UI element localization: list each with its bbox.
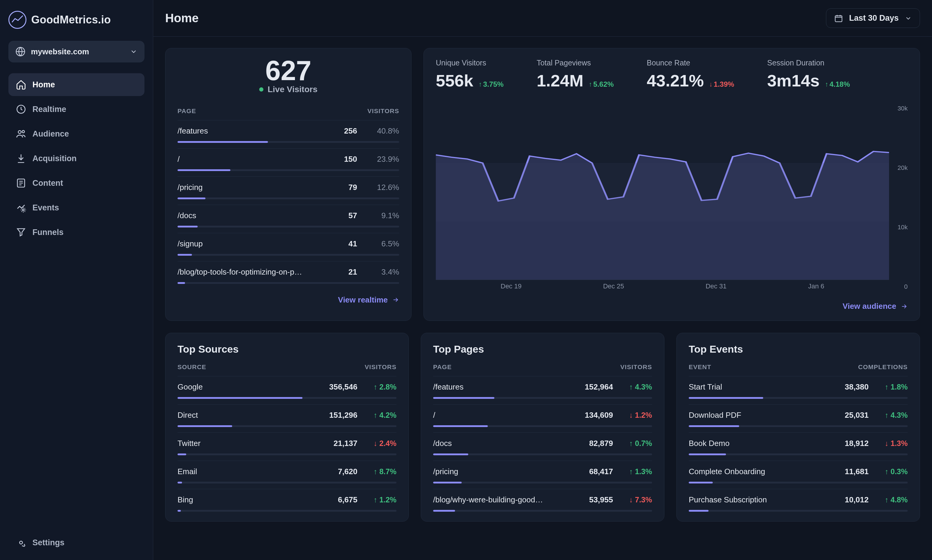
- row-delta: 4.2%: [363, 411, 397, 420]
- row-value: 21,137: [306, 439, 357, 448]
- live-row-path: /docs: [177, 211, 320, 220]
- sidebar-item-content[interactable]: Content: [8, 172, 145, 194]
- progress-bar: [433, 510, 652, 512]
- live-row[interactable]: /features25640.8%: [177, 120, 399, 143]
- table-row[interactable]: Purchase Subscription10,0124.8%: [689, 489, 908, 512]
- table-row[interactable]: Book Demo18,9121.3%: [689, 432, 908, 455]
- acquisition-icon: [15, 153, 26, 164]
- sidebar-item-audience[interactable]: Audience: [8, 122, 145, 145]
- row-value: 6,675: [306, 495, 357, 505]
- stat-value: 556k: [436, 71, 473, 90]
- view-realtime-link[interactable]: View realtime: [338, 295, 399, 305]
- row-delta: 0.7%: [619, 439, 652, 448]
- progress-bar: [433, 482, 652, 483]
- sidebar-item-funnels[interactable]: Funnels: [8, 221, 145, 244]
- stat-unique-visitors[interactable]: Unique Visitors556k3.75%: [436, 58, 504, 90]
- stat-total-pageviews[interactable]: Total Pageviews1.24M5.62%: [537, 58, 614, 90]
- row-delta: 1.8%: [875, 383, 908, 391]
- stat-delta: 1.39%: [709, 80, 734, 89]
- sidebar-item-label: Audience: [32, 129, 69, 138]
- progress-bar: [177, 510, 397, 512]
- sidebar-item-home[interactable]: Home: [8, 73, 145, 96]
- table-row[interactable]: /pricing68,4171.3%: [433, 461, 652, 483]
- brand-logo[interactable]: GoodMetrics.io: [8, 11, 145, 29]
- y-tick: 10k: [898, 223, 908, 231]
- row-value: 82,879: [562, 439, 613, 448]
- table-row[interactable]: Start Trial38,3801.8%: [689, 376, 908, 399]
- row-name: /docs: [433, 439, 556, 448]
- live-row[interactable]: /pricing7912.6%: [177, 177, 399, 199]
- live-row[interactable]: /docs579.1%: [177, 205, 399, 228]
- site-selector[interactable]: mywebsite.com: [8, 41, 145, 62]
- svg-point-6: [20, 541, 23, 544]
- live-row[interactable]: /signup416.5%: [177, 233, 399, 256]
- view-audience-link[interactable]: View audience: [843, 302, 908, 311]
- y-tick: 20k: [898, 164, 908, 171]
- table-row[interactable]: Email7,6208.7%: [177, 461, 397, 483]
- row-name: Google: [177, 382, 300, 392]
- sidebar-item-label: Realtime: [32, 105, 66, 114]
- row-value: 10,012: [818, 495, 869, 505]
- stat-value: 1.24M: [537, 71, 583, 90]
- live-row-pct: 12.6%: [363, 183, 399, 192]
- sidebar-item-acquisition[interactable]: Acquisition: [8, 147, 145, 170]
- live-row-path: /features: [177, 126, 320, 135]
- stat-bounce-rate[interactable]: Bounce Rate43.21%1.39%: [647, 58, 734, 90]
- live-visitors-card: 627 Live Visitors PAGE VISITORS /feature…: [165, 48, 412, 321]
- stat-label: Total Pageviews: [537, 58, 614, 67]
- settings-label: Settings: [32, 538, 65, 548]
- col-completions: COMPLETIONS: [858, 363, 908, 371]
- settings-link[interactable]: Settings: [15, 534, 137, 552]
- sidebar-item-events[interactable]: Events: [8, 196, 145, 219]
- row-delta: 1.2%: [363, 495, 397, 504]
- live-row-path: /signup: [177, 239, 320, 248]
- table-row[interactable]: Direct151,2964.2%: [177, 404, 397, 427]
- x-tick: Dec 19: [501, 282, 522, 290]
- sidebar-item-label: Funnels: [32, 228, 64, 237]
- row-value: 68,417: [562, 467, 613, 476]
- table-row[interactable]: /features152,9644.3%: [433, 376, 652, 399]
- live-col-visitors: VISITORS: [367, 108, 399, 115]
- live-row-path: /: [177, 155, 320, 164]
- table-row[interactable]: /blog/why-were-building-good…53,9557.3%: [433, 489, 652, 512]
- sidebar-item-label: Content: [32, 178, 63, 188]
- table-row[interactable]: Download PDF25,0314.3%: [689, 404, 908, 427]
- live-row-value: 41: [326, 239, 357, 248]
- svg-point-2: [19, 131, 21, 134]
- row-value: 151,296: [306, 411, 357, 420]
- col-page: PAGE: [433, 363, 452, 371]
- row-name: Complete Onboarding: [689, 467, 812, 476]
- progress-bar: [433, 454, 652, 455]
- live-row-pct: 6.5%: [363, 239, 399, 248]
- live-row[interactable]: /blog/top-tools-for-optimizing-on-p…213.…: [177, 261, 399, 284]
- overview-card: Unique Visitors556k3.75%Total Pageviews1…: [423, 48, 920, 321]
- y-tick: 30k: [898, 105, 908, 112]
- sidebar-item-label: Events: [32, 203, 59, 212]
- table-row[interactable]: Twitter21,1372.4%: [177, 432, 397, 455]
- table-row[interactable]: Complete Onboarding11,6810.3%: [689, 461, 908, 483]
- x-tick: Dec 25: [603, 282, 624, 290]
- live-row[interactable]: /15023.9%: [177, 148, 399, 171]
- row-value: 7,620: [306, 467, 357, 476]
- stat-delta: 3.75%: [479, 80, 504, 89]
- row-value: 152,964: [562, 382, 613, 392]
- arrow-right-icon: [900, 303, 908, 310]
- stat-delta: 5.62%: [589, 80, 614, 89]
- page-title: Home: [165, 11, 199, 25]
- row-name: Direct: [177, 411, 300, 420]
- progress-bar: [177, 397, 397, 399]
- live-row-value: 150: [326, 155, 357, 164]
- sidebar-item-realtime[interactable]: Realtime: [8, 98, 145, 121]
- date-range-picker[interactable]: Last 30 Days: [826, 8, 920, 28]
- status-dot-icon: [259, 87, 264, 92]
- table-row[interactable]: /134,6091.2%: [433, 404, 652, 427]
- progress-bar: [177, 169, 399, 171]
- row-value: 11,681: [818, 467, 869, 476]
- table-row[interactable]: Google356,5462.8%: [177, 376, 397, 399]
- table-row[interactable]: Bing6,6751.2%: [177, 489, 397, 512]
- row-name: Start Trial: [689, 382, 812, 392]
- table-row[interactable]: /docs82,8790.7%: [433, 432, 652, 455]
- live-row-value: 21: [326, 268, 357, 277]
- stat-session-duration[interactable]: Session Duration3m14s4.18%: [767, 58, 850, 90]
- row-name: Download PDF: [689, 411, 812, 420]
